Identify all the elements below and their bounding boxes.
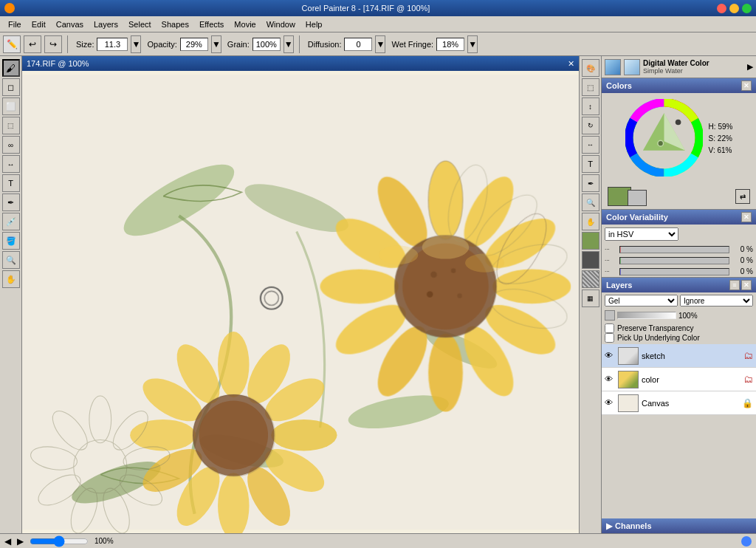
cv-mode-select[interactable]: in HSV in RGB xyxy=(605,227,678,241)
layers-panel-header: Layers ≡ ✕ xyxy=(602,278,756,292)
zoom2-btn[interactable]: 🔍 xyxy=(582,193,599,211)
wetfringe-dropdown[interactable]: ▼ xyxy=(467,35,478,53)
channels-bar[interactable]: ▶ Channels xyxy=(602,518,756,533)
diffusion-dropdown[interactable]: ▼ xyxy=(375,35,385,53)
pen-tool[interactable]: ✒ xyxy=(2,193,20,211)
size-dropdown[interactable]: ▼ xyxy=(131,35,141,53)
cv-row-2: ··· 0 % xyxy=(602,255,756,266)
opacity-dropdown[interactable]: ▼ xyxy=(211,35,221,53)
v-value: V: 61% xyxy=(709,145,733,157)
nav-prev-btn[interactable]: ◀ xyxy=(4,536,11,547)
menu-file[interactable]: File xyxy=(3,18,27,30)
composite-method-select[interactable]: Gel Normal xyxy=(605,295,678,306)
network-status-icon xyxy=(741,536,752,547)
menu-layers[interactable]: Layers xyxy=(89,18,123,30)
magnify-tool[interactable]: 🔍 xyxy=(2,251,20,269)
select-tool[interactable]: ⬚ xyxy=(2,117,20,134)
cv-title: Color Variability xyxy=(606,213,668,222)
colors-panel: Colors ✕ xyxy=(602,78,756,210)
preserve-transparency-check[interactable] xyxy=(605,323,614,333)
layer-item-color[interactable]: 👁 color 🗂 xyxy=(602,368,756,391)
select-rect-btn[interactable]: ⬚ xyxy=(582,78,599,96)
svg-point-59 xyxy=(465,253,504,272)
rotate-btn[interactable]: ↻ xyxy=(582,117,599,134)
layer-eye-sketch[interactable]: 👁 xyxy=(605,351,615,361)
redo-btn[interactable]: ↪ xyxy=(44,35,62,53)
color-wheel-svg[interactable] xyxy=(625,99,703,177)
menu-shapes[interactable]: Shapes xyxy=(157,18,194,30)
wetfringe-input[interactable] xyxy=(436,38,464,51)
menu-window[interactable]: Window xyxy=(261,18,300,30)
transform-tool[interactable]: ↔ xyxy=(2,155,20,173)
right-panel: Digital Water Color Simple Water ▶ Color… xyxy=(601,56,756,533)
fill-tool[interactable]: ⬜ xyxy=(2,97,20,115)
diffusion-input[interactable] xyxy=(344,38,372,51)
eraser-tool[interactable]: ◻ xyxy=(2,78,20,96)
menu-edit[interactable]: Edit xyxy=(27,18,51,30)
layer-eye-canvas[interactable]: 👁 xyxy=(605,398,615,408)
close-btn[interactable] xyxy=(717,4,726,13)
layer-opacity-slider[interactable] xyxy=(617,312,676,319)
pan-btn[interactable]: ✋ xyxy=(582,213,599,230)
pick-up-color-check[interactable] xyxy=(605,333,614,343)
grain-dropdown[interactable]: ▼ xyxy=(284,35,294,53)
menu-select[interactable]: Select xyxy=(123,18,157,30)
nav-next-btn[interactable]: ▶ xyxy=(17,536,24,547)
blend-mode-select[interactable]: Ignore Normal xyxy=(680,295,753,306)
cv-dots-1: ··· xyxy=(605,246,616,253)
panel-header-buttons: ✕ xyxy=(741,81,752,91)
gradient-btn[interactable]: ▦ xyxy=(582,290,599,307)
layers-menu-btn[interactable]: ≡ xyxy=(729,280,740,290)
brush-tool[interactable]: 🖌 xyxy=(2,59,20,77)
menu-canvas[interactable]: Canvas xyxy=(51,18,89,30)
app-icon xyxy=(4,3,15,13)
transform-btn2[interactable]: ↕ xyxy=(582,97,599,115)
hand-tool[interactable]: ✋ xyxy=(2,270,20,288)
painting-svg xyxy=(22,71,579,533)
svg-point-42 xyxy=(199,401,268,470)
menu-help[interactable]: Help xyxy=(300,18,328,30)
maximize-btn[interactable] xyxy=(742,4,752,13)
brush-tool-btn[interactable]: ✏️ xyxy=(3,35,21,53)
menu-movie[interactable]: Movie xyxy=(229,18,261,30)
layer-item-sketch[interactable]: 👁 sketch 🗂 xyxy=(602,344,756,368)
canvas-content[interactable] xyxy=(22,71,579,533)
size-input[interactable] xyxy=(97,38,128,51)
svg-point-58 xyxy=(379,246,418,264)
color-swatch-b[interactable] xyxy=(582,251,599,269)
opacity-input[interactable] xyxy=(180,38,208,51)
layers-title: Layers xyxy=(606,281,632,290)
layer-item-canvas[interactable]: 👁 Canvas 🔒 xyxy=(602,391,756,415)
layer-eye-color[interactable]: 👁 xyxy=(605,374,615,385)
pen-btn2[interactable]: ✒ xyxy=(582,174,599,192)
canvas-close-icon[interactable]: ✕ xyxy=(568,59,574,69)
fill-bucket-tool[interactable]: 🪣 xyxy=(2,232,20,250)
bg-color-swatch[interactable] xyxy=(628,190,647,206)
layers-close-btn[interactable]: ✕ xyxy=(741,280,752,290)
cv-slider-2[interactable] xyxy=(619,257,729,264)
minimize-btn[interactable] xyxy=(729,4,739,13)
color-swatch-a[interactable] xyxy=(582,232,599,250)
layer-blend-controls: Gel Normal Ignore Normal xyxy=(602,292,756,309)
cv-close-btn[interactable]: ✕ xyxy=(741,212,752,222)
undo-btn[interactable]: ↩ xyxy=(24,35,41,53)
text-tool[interactable]: T xyxy=(2,174,20,192)
text-btn2[interactable]: T xyxy=(582,155,599,173)
grain-input[interactable] xyxy=(252,38,281,51)
pattern-btn[interactable] xyxy=(582,270,599,288)
colors-menu-btn[interactable]: ✕ xyxy=(741,81,752,91)
layer-opacity-row: 100% xyxy=(602,309,756,322)
lasso-tool[interactable]: ∞ xyxy=(2,136,20,154)
cv-slider-1[interactable] xyxy=(619,246,729,253)
flip-btn[interactable]: ↔ xyxy=(582,136,599,154)
preserve-transparency-label[interactable]: Preserve Transparency xyxy=(605,323,753,333)
zoom-slider[interactable] xyxy=(30,538,89,544)
additional-swatch[interactable]: ⇄ xyxy=(735,189,750,204)
eyedropper-tool[interactable]: 💉 xyxy=(2,213,20,230)
cv-slider-3[interactable] xyxy=(619,268,729,275)
pick-up-color-label[interactable]: Pick Up Underlying Color xyxy=(605,333,753,343)
palette-btn[interactable]: 🎨 xyxy=(582,59,599,77)
svg-point-38 xyxy=(131,419,196,451)
menu-effects[interactable]: Effects xyxy=(194,18,229,30)
brush-variant-icon xyxy=(624,59,640,75)
